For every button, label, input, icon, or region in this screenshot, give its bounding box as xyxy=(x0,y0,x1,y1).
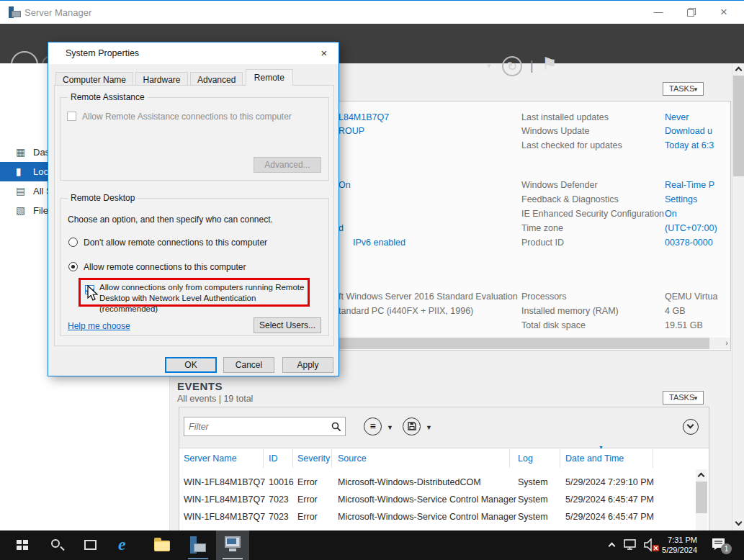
tray-expand-icon[interactable] xyxy=(609,543,616,550)
screen: Server Manager — × ← → Server Manager › … xyxy=(0,0,744,560)
flag-icon[interactable]: ⚑ xyxy=(542,54,557,74)
menu-help[interactable]: Help xyxy=(703,61,722,72)
tray-clock[interactable]: 7:31 PM 5/29/2024 xyxy=(661,535,697,555)
all-servers-icon: ▤ xyxy=(16,185,29,197)
prop-value[interactable]: Today at 6:3 xyxy=(665,140,714,150)
computer-icon xyxy=(223,536,242,554)
prop-value[interactable]: Settings xyxy=(665,194,697,204)
prop-value[interactable]: (UTC+07:00) xyxy=(665,223,717,233)
prop-value[interactable]: 00378-0000 xyxy=(665,238,713,248)
event-row[interactable]: WIN-1FL84M1B7Q7 7023 Error Microsoft-Win… xyxy=(179,508,709,525)
prop-value[interactable]: Download u xyxy=(665,126,712,136)
events-tasks-button[interactable]: TASKS ▼ xyxy=(663,391,704,405)
network-icon[interactable] xyxy=(624,539,638,551)
column-server-name[interactable]: Server Name xyxy=(184,453,237,464)
scrollbar-thumb[interactable] xyxy=(339,338,709,349)
scrollbar-thumb[interactable] xyxy=(733,76,744,176)
chevron-down-icon[interactable]: ▼ xyxy=(426,424,432,431)
column-source[interactable]: Source xyxy=(338,453,367,464)
advanced-button[interactable]: Advanced... xyxy=(254,157,321,173)
event-row[interactable]: WIN-1FL84M1B7Q7 10016 Error Microsoft-Wi… xyxy=(179,474,709,491)
prop-fragment[interactable]: ROUP xyxy=(339,126,364,136)
scrollbar-thumb[interactable] xyxy=(696,482,707,513)
main-scrollbar[interactable] xyxy=(732,63,744,530)
task-view-icon xyxy=(84,540,97,550)
internet-explorer-icon: e xyxy=(118,535,126,554)
internet-explorer-button[interactable]: e xyxy=(110,530,143,560)
group-label: Remote Assistance xyxy=(68,92,148,102)
separator: | xyxy=(530,58,534,73)
system-properties-dialog: System Properties × Computer Name Hardwa… xyxy=(48,42,339,376)
search-button[interactable] xyxy=(40,530,73,560)
mouse-cursor xyxy=(86,285,99,302)
tab-hardware[interactable]: Hardware xyxy=(135,72,187,86)
search-icon[interactable] xyxy=(331,422,341,432)
file-storage-icon: ▧ xyxy=(16,204,29,216)
save-icon[interactable] xyxy=(403,417,421,435)
events-panel: ≡ ▼ ▼ Server Name ID Severity Source Log… xyxy=(179,407,709,530)
radio-label[interactable]: Allow remote connections to this compute… xyxy=(84,262,246,272)
tab-strip: Computer Name Hardware Advanced Remote xyxy=(55,71,292,86)
notification-badge[interactable]: 1 xyxy=(721,543,732,554)
start-button[interactable] xyxy=(6,530,39,560)
group-label: Remote Desktop xyxy=(68,193,138,203)
checkbox-label: Allow Remote Assistance connections to t… xyxy=(82,112,292,122)
menu-tools[interactable]: Tools xyxy=(627,61,648,72)
events-scrollbar[interactable] xyxy=(696,469,707,531)
file-explorer-button[interactable] xyxy=(145,530,179,560)
column-log[interactable]: Log xyxy=(518,453,533,464)
menu-manage[interactable]: Manage xyxy=(577,61,611,72)
chevron-down-icon[interactable]: ▾ xyxy=(487,61,491,71)
server-manager-taskbar-button[interactable] xyxy=(181,530,215,560)
prop-fragment[interactable]: IPv6 enabled xyxy=(353,238,405,248)
prop-label: Windows Update xyxy=(521,126,590,136)
help-me-choose-link[interactable]: Help me choose xyxy=(68,321,130,331)
event-row[interactable]: WIN-1FL84M1B7Q7 7023 Error Microsoft-Win… xyxy=(179,491,709,508)
prop-fragment[interactable]: L84M1B7Q7 xyxy=(339,112,389,122)
scroll-right-icon[interactable]: › xyxy=(725,338,728,347)
remote-desktop-group: Remote Desktop Choose an option, and the… xyxy=(60,198,329,336)
column-date-time[interactable]: Date and Time xyxy=(565,453,624,464)
radio-label[interactable]: Don't allow remote connections to this c… xyxy=(84,238,267,248)
close-icon[interactable]: × xyxy=(315,45,333,61)
cancel-button[interactable]: Cancel xyxy=(223,357,274,373)
allow-remote-radio[interactable] xyxy=(68,262,78,271)
menu-view[interactable]: View xyxy=(665,61,685,72)
remote-assistance-checkbox[interactable] xyxy=(67,112,76,121)
minimize-button[interactable]: — xyxy=(646,1,671,24)
prop-label: IE Enhanced Security Configuration xyxy=(521,209,664,219)
prop-fragment[interactable]: d xyxy=(339,223,344,233)
column-severity[interactable]: Severity xyxy=(297,453,330,464)
prop-value[interactable]: On xyxy=(665,209,677,219)
tab-advanced[interactable]: Advanced xyxy=(190,72,243,86)
scroll-down-icon[interactable] xyxy=(735,519,743,526)
tab-remote[interactable]: Remote xyxy=(246,69,293,86)
prop-label: Feedback & Diagnostics xyxy=(521,194,619,204)
prop-value[interactable]: Never xyxy=(665,112,689,122)
properties-tasks-button[interactable]: TASKS ▼ xyxy=(663,82,704,96)
column-id[interactable]: ID xyxy=(269,453,278,464)
task-view-button[interactable] xyxy=(74,530,107,560)
tab-computer-name[interactable]: Computer Name xyxy=(55,72,133,86)
volume-muted-icon[interactable] xyxy=(643,538,660,552)
prop-value[interactable]: Real-Time P xyxy=(665,180,714,190)
select-users-button[interactable]: Select Users... xyxy=(254,317,321,333)
ok-button[interactable]: OK xyxy=(165,357,217,373)
system-properties-taskbar-button[interactable] xyxy=(216,530,249,560)
scroll-up-icon[interactable] xyxy=(698,473,705,480)
collapse-section-button[interactable] xyxy=(683,419,699,435)
deny-remote-radio[interactable] xyxy=(68,238,78,247)
checkbox-label[interactable]: Allow connections only from computers ru… xyxy=(99,282,308,315)
apply-button[interactable]: Apply xyxy=(282,357,333,373)
prop-label: Total disk space xyxy=(521,320,586,330)
close-button[interactable]: × xyxy=(712,1,736,24)
prop-label: Processors xyxy=(521,292,567,302)
restore-button[interactable] xyxy=(678,1,703,24)
filter-input[interactable] xyxy=(189,420,326,433)
prop-fragment[interactable]: On xyxy=(339,180,351,190)
tray-date: 5/29/2024 xyxy=(661,545,697,555)
scroll-up-icon[interactable] xyxy=(735,67,743,74)
list-view-icon[interactable]: ≡ xyxy=(364,417,382,435)
refresh-icon[interactable]: ↻ xyxy=(502,56,522,76)
chevron-down-icon[interactable]: ▼ xyxy=(387,424,393,431)
